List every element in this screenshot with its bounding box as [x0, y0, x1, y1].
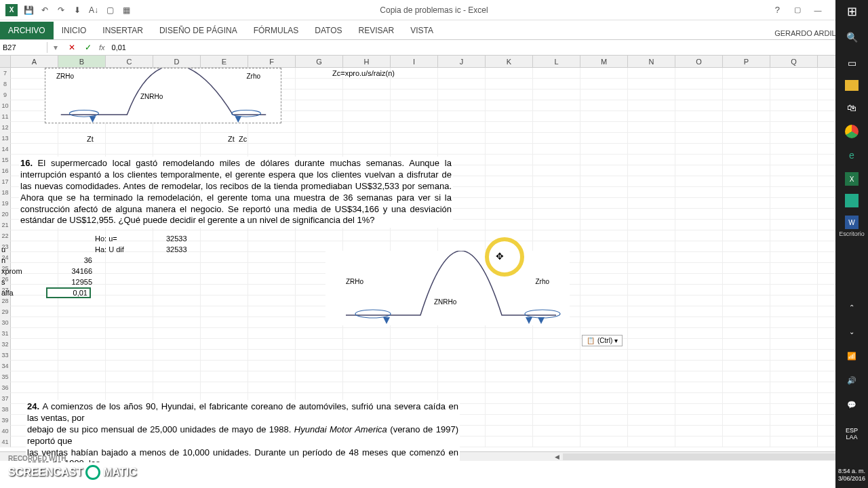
minimize-icon[interactable]: — [808, 3, 827, 17]
save-icon[interactable]: 💾 [23, 5, 34, 16]
distribution-chart-1[interactable]: ZRHo Zrho ZNRHo [45, 68, 281, 123]
row-header[interactable]: 18 [0, 187, 11, 198]
col-header[interactable]: K [486, 56, 533, 67]
fx-icon[interactable]: fx [96, 43, 108, 52]
row-header[interactable]: 8 [0, 79, 11, 89]
col-header[interactable]: E [201, 56, 248, 67]
enter-icon[interactable]: ✓ [80, 43, 96, 52]
undo-icon[interactable]: ↶ [39, 5, 50, 16]
desktop-label[interactable]: Escritorio [839, 230, 865, 237]
col-header[interactable]: A [11, 56, 58, 67]
row-header[interactable]: 33 [0, 350, 11, 361]
selected-cell[interactable]: 0,01 [46, 287, 91, 298]
chevron-down-icon[interactable]: ⌄ [843, 323, 861, 340]
start-button-icon[interactable]: ⊞ [843, 3, 861, 20]
col-header[interactable]: C [106, 56, 153, 67]
excel-taskbar-icon[interactable]: X [845, 172, 859, 186]
column-headers: A B C D E F G H I J K L M N O P Q [0, 56, 868, 68]
col-header[interactable]: P [723, 56, 770, 67]
row-header[interactable]: 29 [0, 306, 11, 317]
tab-insertar[interactable]: INSERTAR [94, 22, 151, 39]
tab-vista[interactable]: VISTA [402, 22, 441, 39]
row-header[interactable]: 37 [0, 393, 11, 404]
svg-point-4 [355, 310, 391, 318]
row-header[interactable]: 28 [0, 296, 11, 306]
tab-inicio[interactable]: INICIO [54, 22, 95, 39]
redo-icon[interactable]: ↷ [56, 5, 66, 16]
notifications-icon[interactable]: 💬 [843, 396, 861, 413]
chrome-icon[interactable] [845, 125, 859, 138]
row-header[interactable]: 35 [0, 371, 11, 382]
col-header[interactable]: Q [770, 56, 818, 67]
tab-diseno[interactable]: DISEÑO DE PÁGINA [151, 22, 245, 39]
col-header[interactable]: B [58, 56, 106, 67]
volume-icon[interactable]: 🔊 [843, 371, 861, 389]
select-all-corner[interactable] [0, 56, 11, 67]
col-header[interactable]: H [343, 56, 391, 67]
row-header[interactable]: 30 [0, 317, 11, 328]
network-icon[interactable]: 📶 [843, 347, 861, 365]
col-header[interactable]: G [296, 56, 343, 67]
ribbon-display-icon[interactable]: ▢ [788, 3, 807, 17]
col-header[interactable]: J [438, 56, 486, 67]
row-header[interactable]: 14 [0, 144, 11, 155]
row-header[interactable]: 41 [0, 436, 11, 447]
row-header[interactable]: 38 [0, 404, 11, 415]
row-header[interactable]: 19 [0, 198, 11, 209]
col-header[interactable]: L [533, 56, 580, 67]
spreadsheet-grid[interactable]: A B C D E F G H I J K L M N O P Q 789101… [0, 56, 868, 462]
help-icon[interactable]: ? [775, 5, 780, 15]
col-header[interactable]: I [391, 56, 438, 67]
row-header[interactable]: 10 [0, 100, 11, 111]
search-icon[interactable]: 🔍 [843, 28, 861, 46]
row-header[interactable]: 40 [0, 426, 11, 436]
tab-formulas[interactable]: FÓRMULAS [245, 22, 307, 39]
new-icon[interactable]: ▢ [104, 5, 115, 16]
qat-icon-1[interactable]: ⬇ [72, 5, 83, 16]
row-header[interactable]: 21 [0, 220, 11, 230]
chevron-up-icon[interactable]: ⌃ [843, 298, 861, 316]
paste-options-button[interactable]: 📋 (Ctrl) ▾ [582, 335, 623, 346]
tab-revisar[interactable]: REVISAR [351, 22, 403, 39]
language-indicator[interactable]: ESP LAA [846, 427, 858, 441]
svg-point-0 [69, 110, 98, 117]
col-header[interactable]: F [248, 56, 296, 67]
row-header[interactable]: 36 [0, 382, 11, 393]
row-header[interactable]: 34 [0, 361, 11, 371]
row-header[interactable]: 32 [0, 339, 11, 350]
app-icon[interactable] [845, 194, 859, 207]
distribution-chart-2[interactable]: ZRHo Zrho ZNRHo [326, 251, 570, 325]
dropdown-icon[interactable]: ▾ [47, 43, 64, 52]
col-header[interactable]: O [675, 56, 723, 67]
word-icon[interactable]: W [845, 216, 859, 229]
row-header[interactable]: 12 [0, 122, 11, 133]
col-header[interactable]: N [628, 56, 675, 67]
row-header[interactable]: 9 [0, 89, 11, 100]
col-header[interactable]: M [580, 56, 628, 67]
row-header[interactable]: 11 [0, 111, 11, 122]
row-header[interactable]: 15 [0, 155, 11, 165]
col-header[interactable]: D [153, 56, 201, 67]
scroll-left-icon[interactable]: ◀ [552, 453, 561, 460]
edge-icon[interactable]: e [843, 146, 861, 164]
row-header[interactable]: 31 [0, 328, 11, 339]
row-header[interactable]: 7 [0, 68, 11, 79]
store-icon[interactable]: 🛍 [843, 99, 861, 117]
row-header[interactable]: 20 [0, 209, 11, 220]
row-header[interactable]: 22 [0, 230, 11, 241]
row-header[interactable]: 13 [0, 133, 11, 144]
name-box[interactable]: B27 [0, 42, 47, 53]
cancel-icon[interactable]: ✕ [64, 43, 80, 52]
clock[interactable]: 8:54 a. m. 3/06/2016 [838, 468, 865, 483]
file-explorer-icon[interactable] [845, 80, 859, 91]
formula-input[interactable] [108, 42, 849, 53]
hscroll-thumb[interactable] [563, 453, 848, 460]
task-view-icon[interactable]: ▭ [843, 54, 861, 72]
row-header[interactable]: 39 [0, 415, 11, 426]
tab-archivo[interactable]: ARCHIVO [0, 22, 54, 39]
row-header[interactable]: 16 [0, 165, 11, 176]
qat-icon-2[interactable]: ▦ [121, 5, 132, 16]
sort-icon[interactable]: A↓ [88, 5, 99, 16]
row-header[interactable]: 17 [0, 176, 11, 187]
tab-datos[interactable]: DATOS [307, 22, 350, 39]
